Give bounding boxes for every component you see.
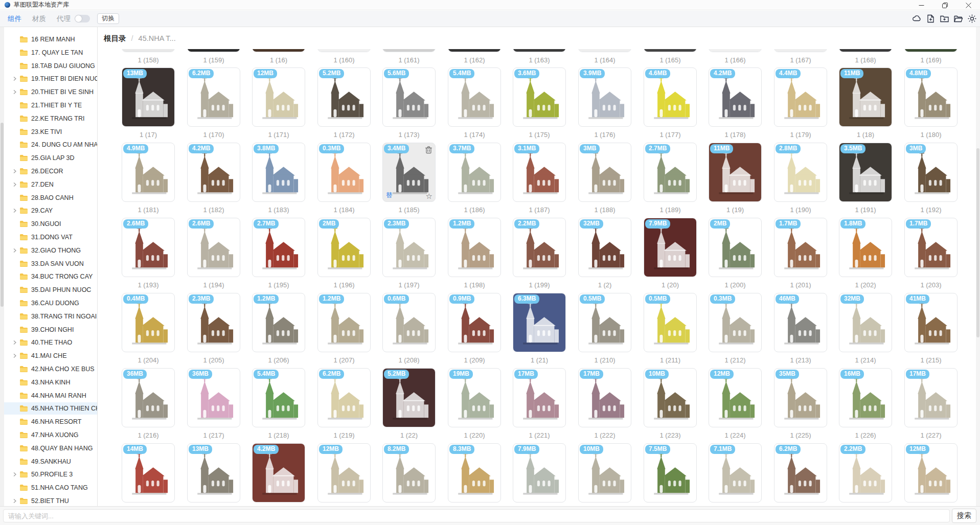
asset-card[interactable]: 4.6MB xyxy=(644,67,697,127)
sidebar-item[interactable]: 35.DAI PHUN NUOC xyxy=(4,284,97,296)
sidebar-item[interactable]: 24. DUNG CU AM NHAC xyxy=(4,139,97,151)
asset-card[interactable]: 1.8MB xyxy=(839,218,892,277)
asset-card[interactable]: 2.6MB xyxy=(187,218,240,277)
asset-card[interactable]: 2.2MB xyxy=(513,218,566,277)
sidebar-item[interactable]: 34.BUC TRONG CAY xyxy=(4,270,97,283)
asset-card[interactable]: 17MB xyxy=(904,368,958,427)
chevron-right-icon[interactable] xyxy=(13,248,19,253)
sidebar-item[interactable]: 32.GIAO THONG xyxy=(4,244,97,257)
asset-card[interactable]: 2MB xyxy=(317,218,371,277)
asset-card[interactable]: 5.4MB xyxy=(448,67,501,127)
asset-card[interactable] xyxy=(578,49,631,52)
asset-card[interactable]: 32MB xyxy=(578,218,631,277)
asset-card[interactable]: 12MB xyxy=(709,368,762,427)
asset-card[interactable]: 5.2MB xyxy=(382,368,436,427)
asset-card[interactable]: 0.4MB xyxy=(122,293,175,352)
asset-card[interactable]: 4.4MB xyxy=(774,67,827,127)
asset-card[interactable]: 0.3MB xyxy=(709,293,762,352)
sidebar-item[interactable]: 52.BIET THU xyxy=(4,495,97,506)
asset-card[interactable]: 2.7MB xyxy=(644,143,697,202)
sidebar-item[interactable]: 36.CAU DUONG xyxy=(4,297,97,309)
sidebar-item[interactable]: 26.DECOR xyxy=(4,165,97,177)
sidebar-item[interactable]: 48.QUAY BAN HANG xyxy=(4,442,97,454)
chevron-right-icon[interactable] xyxy=(13,498,19,504)
sidebar-item[interactable]: 18.TAB DAU GIUONG xyxy=(4,60,97,72)
sidebar-item[interactable]: 23.KE TIVI xyxy=(4,126,97,138)
sidebar-item[interactable]: 50.PROFILE 3 xyxy=(4,468,97,481)
asset-card[interactable]: 17MB xyxy=(578,368,631,427)
sidebar-item[interactable]: 47.NHA XUONG xyxy=(4,429,97,441)
sidebar-item[interactable]: 46.NHA RESORT xyxy=(4,416,97,428)
switch-button[interactable]: 切换 xyxy=(97,13,119,24)
close-button[interactable] xyxy=(956,0,980,10)
sidebar-item[interactable]: 30.NGUOI xyxy=(4,218,97,230)
sidebar-scrollbar-thumb[interactable] xyxy=(1,123,4,307)
proxy-toggle[interactable] xyxy=(75,15,90,22)
sidebar-item[interactable]: 49.SANKHAU xyxy=(4,455,97,468)
open-folder-icon[interactable] xyxy=(953,14,963,24)
sidebar-item[interactable]: 51.NHA CAO TANG xyxy=(4,482,97,494)
asset-card[interactable]: 11MB xyxy=(709,143,762,202)
sidebar-item[interactable]: 38.TRANG TRI NGOAI THAT xyxy=(4,310,97,323)
asset-card[interactable]: 2MB xyxy=(709,218,762,277)
sidebar-item[interactable]: 45.NHA THO THIEN CHUA xyxy=(4,402,97,415)
asset-card[interactable]: 0.5MB xyxy=(578,293,631,352)
sidebar-item[interactable]: 28.BAO CANH xyxy=(4,192,97,204)
asset-card[interactable]: 7.5MB xyxy=(644,443,697,503)
sidebar-item[interactable]: 39.CHOI NGHI xyxy=(4,324,97,336)
grid-scrollbar[interactable] xyxy=(976,27,980,506)
sidebar-item[interactable]: 19.THIET BI DIEN NUOC xyxy=(4,73,97,85)
chevron-right-icon[interactable] xyxy=(13,76,19,81)
minimize-button[interactable] xyxy=(909,0,933,10)
asset-card[interactable]: 0.5MB xyxy=(644,293,697,352)
asset-card[interactable] xyxy=(448,49,501,52)
sidebar-item[interactable]: 16 REM MANH xyxy=(4,33,97,45)
asset-card[interactable]: 36MB xyxy=(187,368,240,427)
sidebar-item[interactable]: 22.KE TRANG TRI xyxy=(4,112,97,125)
asset-card[interactable] xyxy=(839,49,892,52)
asset-card[interactable]: 4.2MB xyxy=(187,143,240,202)
sidebar-item[interactable]: 44.NHA MAI RANH xyxy=(4,390,97,402)
breadcrumb-root[interactable]: 根目录 xyxy=(104,34,126,42)
sidebar-scrollbar[interactable] xyxy=(0,27,4,506)
asset-card[interactable]: 1.2MB xyxy=(252,293,305,352)
tab-components[interactable]: 组件 xyxy=(8,14,21,24)
asset-card[interactable]: 5.6MB xyxy=(382,67,436,127)
asset-card[interactable]: 4.2MB xyxy=(252,443,305,503)
asset-card[interactable]: 3MB xyxy=(904,143,958,202)
asset-card[interactable]: 3.6MB xyxy=(513,67,566,127)
asset-card[interactable]: 2.2MB xyxy=(839,443,892,503)
asset-card[interactable]: 1.2MB xyxy=(448,218,501,277)
asset-card[interactable]: 8.2MB xyxy=(382,443,436,503)
asset-card[interactable]: 3.8MB xyxy=(252,143,305,202)
chevron-right-icon[interactable] xyxy=(13,353,19,358)
asset-card[interactable]: 2.3MB xyxy=(187,293,240,352)
chevron-right-icon[interactable] xyxy=(13,208,19,213)
sidebar-item[interactable]: 31.DONG VAT xyxy=(4,231,97,243)
asset-card[interactable] xyxy=(774,49,827,52)
asset-card[interactable] xyxy=(252,49,305,52)
asset-card[interactable]: 5.4MB xyxy=(252,368,305,427)
asset-card[interactable]: 12MB xyxy=(317,443,371,503)
asset-card[interactable]: 13MB xyxy=(187,443,240,503)
asset-card[interactable]: 35MB xyxy=(774,368,827,427)
asset-card[interactable] xyxy=(317,49,371,52)
search-button[interactable]: 搜索 xyxy=(952,509,976,523)
asset-card[interactable]: 13MB xyxy=(122,67,175,127)
asset-card[interactable]: 17MB xyxy=(513,368,566,427)
asset-card[interactable] xyxy=(513,49,566,52)
asset-card[interactable] xyxy=(382,49,436,52)
asset-card[interactable]: 36MB xyxy=(122,368,175,427)
asset-card[interactable]: 2.6MB xyxy=(122,218,175,277)
asset-card[interactable]: 3MB xyxy=(578,143,631,202)
asset-card[interactable]: 7.9MB xyxy=(513,443,566,503)
sidebar-item[interactable]: 33.DA SAN VUON xyxy=(4,258,97,270)
asset-card[interactable]: 12MB xyxy=(252,67,305,127)
chevron-right-icon[interactable] xyxy=(13,182,19,187)
asset-card[interactable]: 5.2MB xyxy=(317,67,371,127)
asset-card[interactable] xyxy=(122,49,175,52)
asset-card[interactable]: 10MB xyxy=(578,443,631,503)
asset-card[interactable]: 8.3MB xyxy=(448,443,501,503)
favorite-star-icon[interactable]: ☆ xyxy=(426,192,432,200)
asset-card[interactable]: 3.9MB xyxy=(578,67,631,127)
